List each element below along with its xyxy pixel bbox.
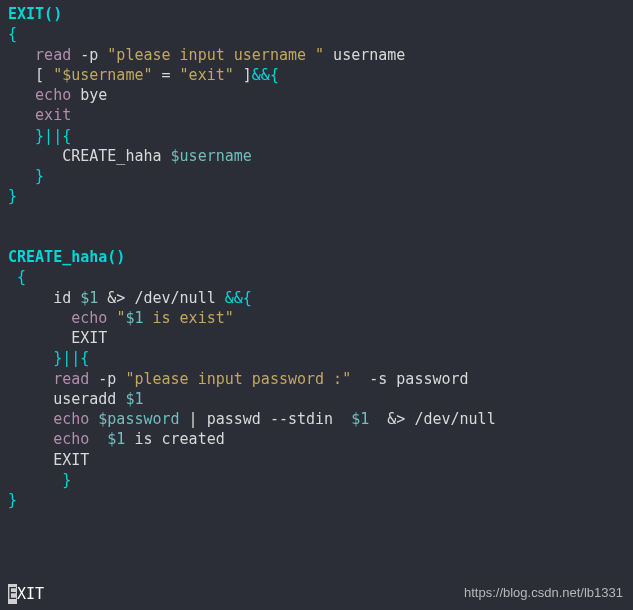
flag-s-password: -s password [351,370,468,388]
string-exit: "exit" [180,66,234,84]
flag-p: -p [80,46,98,64]
brace-close: } [8,187,17,205]
code-editor[interactable]: EXIT() { read -p "please input username … [8,4,625,510]
keyword-echo-2: echo [71,309,116,327]
call-exit: EXIT [71,329,107,347]
call-exit-2: EXIT [53,451,89,469]
function-name-exit: EXIT() [8,5,62,23]
brace-open: { [8,25,17,43]
keyword-read-2: read [53,370,89,388]
bracket-close: ] [234,66,252,84]
var-username: "$username" [53,66,152,84]
var-username-ref: $username [171,147,252,165]
var-arg1: $1 [80,289,98,307]
keyword-echo-3: echo [53,410,98,428]
or-brace: }||{ [35,127,71,145]
redirect-devnull: &> /dev/null [98,289,224,307]
function-name-create: CREATE_haha() [8,248,125,266]
equals: = [153,66,180,84]
keyword-echo-4: echo [53,430,107,448]
flag-p-2: -p [98,370,116,388]
text-bye: bye [71,86,107,104]
redirect-devnull-2: &> /dev/null [369,410,495,428]
keyword-read: read [35,46,71,64]
and-brace-2: &&{ [225,289,252,307]
text-after-cursor: XIT [17,585,44,603]
text-is-created: is created [125,430,224,448]
keyword-exit: exit [35,106,71,124]
bracket-open: [ [35,66,53,84]
var-arg1-useradd: $1 [125,390,143,408]
cmd-id: id [53,289,80,307]
var-arg1-in-str: $1 [125,309,143,327]
string-password-prompt: "please input password :" [125,370,351,388]
keyword-echo: echo [35,86,71,104]
string-username-prompt: "please input username " [107,46,324,64]
string-is-exist: is exist" [143,309,233,327]
cursor-line: EXIT [8,584,44,604]
watermark: https://blog.csdn.net/lb1331 [464,584,623,602]
brace-close-inner-2: } [53,471,71,489]
var-password: $password [98,410,179,428]
text-cursor: E [8,584,17,604]
or-brace-2: }||{ [53,349,89,367]
brace-open-2: { [8,268,26,286]
arg-username: username [324,46,405,64]
cmd-useradd: useradd [53,390,125,408]
var-arg1-created: $1 [107,430,125,448]
brace-close-inner: } [35,167,44,185]
var-arg1-passwd: $1 [351,410,369,428]
pipe-passwd: | passwd --stdin [180,410,352,428]
call-create-haha: CREATE_haha [62,147,170,165]
and-brace: &&{ [252,66,279,84]
brace-close-2: } [8,491,17,509]
